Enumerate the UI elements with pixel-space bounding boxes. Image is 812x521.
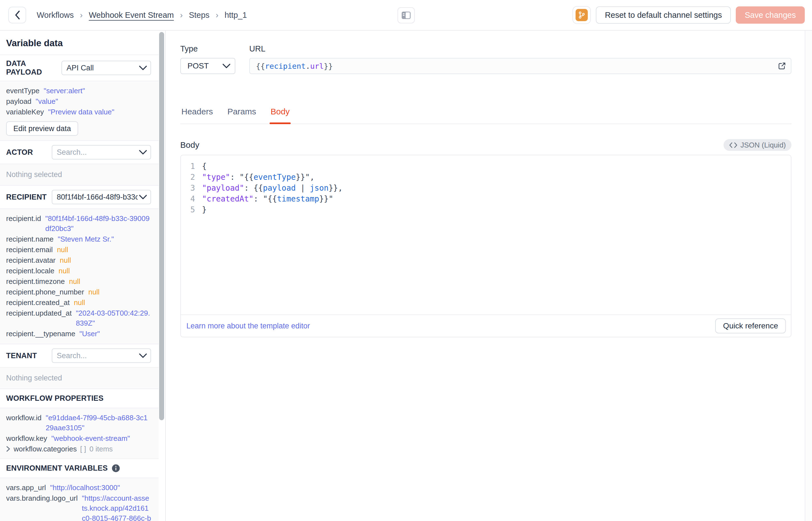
data-value: null (74, 297, 151, 308)
data-row: recipient.avatar null (6, 255, 151, 265)
http-method-select[interactable]: POST (180, 58, 235, 74)
data-row: recipient.__typename "User" (6, 329, 151, 339)
breadcrumb-separator: › (80, 10, 82, 20)
app-shell: Variable data DATA PAYLOAD API Call even… (0, 30, 812, 521)
data-row: recipient.created_at null (6, 297, 151, 308)
liquid-object: recipient (265, 62, 306, 70)
workflow-categories-row[interactable]: workflow.categories [ ] 0 items (6, 444, 151, 454)
data-key: workflow.key (6, 433, 47, 443)
workflow-properties-header: WORKFLOW PROPERTIES (0, 389, 159, 408)
tenant-empty-state: Nothing selected (0, 368, 159, 389)
recipient-row: RECIPIENT 80f1f4bf-166d-48f9-b33c (0, 186, 159, 209)
data-value: "2024-03-05T00:42:29.839Z" (76, 308, 151, 328)
url-input[interactable]: {{recipient.url}} (249, 58, 791, 74)
tab-headers[interactable]: Headers (180, 107, 214, 123)
chevron-right-icon (6, 446, 10, 452)
variable-data-sidebar: Variable data DATA PAYLOAD API Call even… (0, 30, 166, 521)
reset-channel-settings-button[interactable]: Reset to default channel settings (596, 6, 731, 24)
breadcrumb-item-steps[interactable]: Steps (189, 10, 210, 20)
data-value: "User" (79, 329, 151, 339)
line-number: 2 (181, 172, 202, 183)
code-text: { (202, 161, 207, 172)
data-value: "https://account-assets.knock.app/42d161… (82, 493, 151, 521)
chevron-left-icon (14, 10, 20, 20)
data-key: recipient.created_at (6, 297, 70, 308)
tab-params[interactable]: Params (226, 107, 257, 123)
tenant-row: TENANT Search... (0, 344, 159, 368)
data-key: recipient.timezone (6, 276, 65, 287)
data-key: recipient.locale (6, 266, 54, 276)
data-key: recipient.email (6, 245, 53, 255)
data-key: recipient.updated_at (6, 308, 72, 318)
data-value: "value" (35, 96, 151, 106)
request-tabs: Headers Params Body (180, 107, 791, 124)
info-icon[interactable] (112, 464, 120, 473)
data-value: "Preview data value" (48, 107, 151, 117)
data-key: recipient.avatar (6, 255, 56, 265)
tenant-search-select[interactable]: Search... (52, 348, 151, 363)
line-number: 1 (181, 161, 202, 172)
data-row: recipient.phone_number null (6, 287, 151, 297)
data-row: recipient.name "Steven Metz Sr." (6, 234, 151, 244)
chevron-down-icon (139, 66, 147, 70)
recipient-select[interactable]: 80f1f4bf-166d-48f9-b33c (52, 190, 151, 204)
data-value: "server:alert" (44, 86, 151, 96)
quick-reference-button[interactable]: Quick reference (715, 318, 786, 334)
code-text: "type": "{{eventType}}", (202, 172, 315, 183)
breadcrumb-item-workflows[interactable]: Workflows (37, 10, 74, 20)
editor-footer: Learn more about the template editor Qui… (181, 315, 791, 337)
data-row: workflow.key "webhook-event-stream" (6, 433, 151, 443)
data-key: payload (6, 96, 31, 106)
data-row: workflow.id "e91ddae4-7f99-45cb-a688-3c1… (6, 413, 151, 433)
actor-search-placeholder: Search... (57, 148, 87, 157)
data-value: null (60, 255, 151, 265)
data-payload-preview-block: eventType "server:alert" payload "value"… (0, 81, 159, 141)
environment-variables-header: ENVIRONMENT VARIABLES (0, 459, 159, 478)
breadcrumb-separator: › (180, 10, 183, 20)
recipient-data-block: recipient.id "80f1f4bf-166d-48f9-b33c-39… (0, 209, 159, 344)
breadcrumb-item-workflow-name[interactable]: Webhook Event Stream (89, 10, 174, 20)
workflow-properties-label: WORKFLOW PROPERTIES (6, 394, 103, 403)
back-button[interactable] (8, 7, 26, 23)
data-row: payload "value" (6, 96, 151, 106)
body-section-header: Body JSON (Liquid) (180, 139, 791, 151)
version-control-button[interactable] (572, 6, 591, 24)
save-changes-button[interactable]: Save changes (736, 6, 805, 24)
data-value: "e91ddae4-7f99-45cb-a688-3c129aae3105" (46, 413, 151, 433)
body-template-editor: 1 { 2 "type": "{{eventType}}", 3 "payloa… (180, 155, 791, 337)
line-number: 4 (181, 194, 202, 204)
item-count: 0 items (90, 444, 113, 454)
external-link-icon[interactable] (778, 62, 786, 70)
code-area[interactable]: 1 { 2 "type": "{{eventType}}", 3 "payloa… (181, 155, 791, 315)
data-key: vars.branding.logo_url (6, 493, 78, 503)
code-text: "payload": {{payload | json}}, (202, 183, 343, 194)
liquid-dot: . (306, 62, 310, 70)
environment-variables-label: ENVIRONMENT VARIABLES (6, 464, 108, 473)
actor-search-select[interactable]: Search... (52, 145, 151, 159)
topbar-actions: Reset to default channel settings Save c… (572, 6, 805, 24)
code-line: 2 "type": "{{eventType}}", (181, 172, 791, 183)
data-key: recipient.id (6, 213, 41, 224)
template-editor-docs-link[interactable]: Learn more about the template editor (186, 322, 310, 330)
data-key: eventType (6, 86, 40, 96)
data-payload-selected-value: API Call (67, 64, 94, 72)
git-branch-icon (576, 9, 588, 21)
http-method-value: POST (188, 62, 209, 70)
main-scrollbar-gutter[interactable] (805, 30, 812, 521)
body-heading: Body (180, 140, 199, 150)
chevron-down-icon (139, 354, 147, 358)
code-text: "createdAt": "{{timestamp}}" (202, 194, 333, 204)
breadcrumb-separator: › (216, 10, 218, 20)
tab-body[interactable]: Body (269, 107, 291, 123)
data-payload-select[interactable]: API Call (62, 61, 151, 75)
step-editor-main: Type POST URL {{recipient.url}} (166, 30, 812, 521)
edit-preview-data-button[interactable]: Edit preview data (6, 121, 78, 136)
data-value: null (88, 287, 151, 297)
type-field-group: Type POST (180, 44, 235, 74)
data-key: recipient.__typename (6, 329, 75, 339)
data-row: variableKey "Preview data value" (6, 107, 151, 117)
template-format-badge: JSON (Liquid) (723, 139, 791, 151)
sidebar-toggle-button[interactable] (398, 7, 415, 23)
data-value: null (57, 245, 151, 255)
sidebar-scrollbar-thumb[interactable] (159, 32, 164, 420)
